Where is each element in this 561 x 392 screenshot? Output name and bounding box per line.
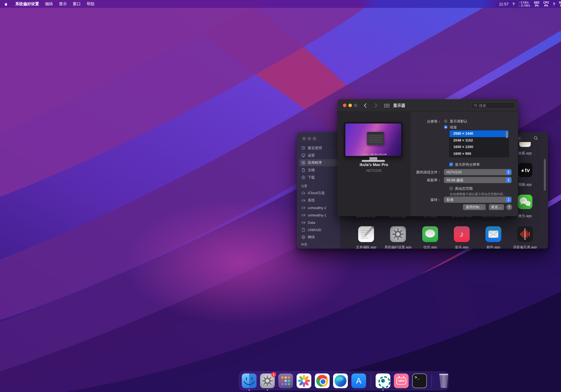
dock-chrome-icon[interactable] <box>315 373 330 388</box>
dock-teal-ring-app-icon[interactable] <box>376 373 390 388</box>
sidebar-item-unraid[interactable]: UNRAID <box>299 226 338 233</box>
hdr-label[interactable]: 高动态范围 <box>455 186 473 191</box>
dock-trash-icon[interactable] <box>436 373 451 388</box>
refresh-rate-dropdown[interactable]: 59.88 赫兹 <box>444 177 512 183</box>
mail-app-icon[interactable] <box>485 226 501 242</box>
resolution-option[interactable]: 1600 × 900 <box>450 150 509 157</box>
dock-system-preferences-icon[interactable]: 1 <box>260 373 275 388</box>
music-app-icon[interactable]: ♪ <box>454 226 470 242</box>
globe-icon <box>301 235 306 239</box>
sidebar-item-documents[interactable]: 文稿 <box>299 167 338 174</box>
dock-app-store-icon[interactable]: A <box>351 373 366 388</box>
stepper-icon <box>506 197 511 202</box>
dock-photos-icon[interactable] <box>297 373 311 388</box>
sidebar-item-icloud[interactable]: iCloud云盘 <box>299 189 338 197</box>
finder-face-icon <box>242 373 257 388</box>
night-shift-button[interactable]: 夜览… <box>489 204 504 210</box>
mem-status[interactable]: MEM 8% <box>559 1 561 7</box>
sidebar-item-applications[interactable]: 应用程序 <box>299 159 338 166</box>
menu-view[interactable]: 显示 <box>56 0 70 8</box>
waveform-icon <box>517 226 533 242</box>
sidebar-item-label: UNRAID <box>308 228 321 232</box>
radio-scaled-label[interactable]: 缩放 <box>450 125 457 130</box>
show-all-resolutions-label[interactable]: 显示所有分辨率 <box>455 162 480 167</box>
music-note-icon: ♪ <box>460 230 464 239</box>
show-all-resolutions-checkbox[interactable] <box>449 162 453 166</box>
dock-finder-icon[interactable] <box>242 373 257 388</box>
sidebar-item-data[interactable]: Data <box>299 219 338 226</box>
home-app-icon-partial[interactable] <box>519 142 531 147</box>
search-input[interactable] <box>479 104 509 108</box>
ssd-status[interactable]: SSD 3% <box>534 1 539 7</box>
clock-icon <box>301 146 306 150</box>
radio-scaled[interactable] <box>444 125 448 129</box>
dock-launchpad-icon[interactable] <box>278 373 293 388</box>
sidebar-item-downloads[interactable]: 下载 <box>299 174 338 181</box>
back-button[interactable] <box>364 103 367 109</box>
mini-window <box>367 132 384 145</box>
search-field[interactable] <box>472 102 515 109</box>
forward-button[interactable] <box>375 103 378 109</box>
radio-default[interactable] <box>444 119 448 123</box>
list-scrollbar[interactable] <box>506 131 508 138</box>
dock-edge-icon[interactable] <box>333 373 348 388</box>
finder-scrollbar[interactable] <box>544 159 546 191</box>
rotation-dropdown[interactable]: 标准 <box>444 197 512 203</box>
system-preferences-app-icon[interactable] <box>390 226 406 242</box>
radio-default-label[interactable]: 显示器默认 <box>450 119 468 124</box>
hdr-checkbox[interactable] <box>449 186 453 190</box>
sidebar-toolbar-divider <box>297 144 340 144</box>
sidebar-item-label: 系统 <box>308 198 315 203</box>
zoom-button[interactable] <box>354 104 357 107</box>
app-label[interactable]: 系统偏好设置.app <box>380 245 416 249</box>
voice-memos-app-icon[interactable] <box>517 226 533 242</box>
color-profile-dropdown[interactable]: H27V22S <box>444 169 512 175</box>
app-label[interactable]: 信息.app <box>412 245 448 249</box>
status-unknown-icon[interactable]: ? <box>553 2 555 6</box>
sidebar-item-unhealthy-2[interactable]: unhealthy-2 <box>299 204 338 211</box>
sidebar-item-system[interactable]: 系统 <box>299 197 338 204</box>
refresh-rate-value: 59.88 赫兹 <box>447 178 463 182</box>
help-button[interactable]: ? <box>506 204 512 210</box>
finder-zoom-button[interactable] <box>313 137 316 140</box>
resolution-option[interactable]: 2048 × 1152 <box>450 137 509 144</box>
universal-control-button[interactable]: 通用控制… <box>463 204 486 210</box>
minimize-button[interactable] <box>348 104 352 107</box>
displays-settings-pane: 分辨率： 显示器默认 缩放 2560 × 1440 2048 × 1152 16… <box>411 112 518 216</box>
menu-window[interactable]: 窗口 <box>70 0 84 8</box>
app-label[interactable]: 文本编辑.app <box>348 245 384 249</box>
resolution-option-selected[interactable]: 2560 × 1440 <box>450 130 509 137</box>
menu-edit[interactable]: 编辑 <box>42 0 56 8</box>
monitor-stand-neck <box>369 157 377 160</box>
app-label[interactable]: 音乐.app <box>444 245 479 249</box>
sidebar-item-label: 最近使用 <box>308 146 322 150</box>
sidebar-item-recents[interactable]: 最近使用 <box>299 144 338 152</box>
finder-close-button[interactable] <box>302 137 306 140</box>
textedit-app-icon[interactable] <box>358 226 374 242</box>
hard-drive-icon <box>301 213 306 217</box>
finder-minimize-button[interactable] <box>307 137 311 140</box>
monitor-stand-base <box>362 160 385 162</box>
clock[interactable]: 11:57 <box>499 2 509 6</box>
wechat-app-icon[interactable] <box>518 195 532 209</box>
apple-menu[interactable] <box>4 2 8 6</box>
app-label[interactable]: 语音备忘录.app <box>507 245 543 249</box>
finder-search-button[interactable] <box>533 136 539 141</box>
status-unknown-icon[interactable]: ? <box>512 2 515 6</box>
dock-terminal-icon[interactable]: >_ <box>412 373 427 388</box>
sidebar-item-desktop[interactable]: 桌面 <box>299 152 338 159</box>
sidebar-item-network[interactable]: 网络 <box>299 234 338 241</box>
network-speed[interactable]: ↑ 9 KB/s ↓ 11 KB/s <box>518 1 530 7</box>
menu-app-name[interactable]: 系统偏好设置 <box>12 0 42 8</box>
close-button[interactable] <box>343 104 346 107</box>
show-all-button[interactable] <box>384 104 390 109</box>
messages-app-icon[interactable] <box>422 226 438 242</box>
menu-help[interactable]: 帮助 <box>84 0 98 8</box>
dock-bilibili-icon[interactable]: bilibili <box>394 373 409 388</box>
sidebar-item-unhealthy-1[interactable]: unhealthy-1 <box>299 212 338 219</box>
app-label[interactable]: 邮件.app <box>476 245 511 249</box>
resolution-option[interactable]: 1600 × 1200 <box>450 144 509 150</box>
network-down: ↓ 11 KB/s <box>518 4 530 7</box>
cpu-status[interactable]: CPU 4% <box>543 1 549 7</box>
tv-app-icon[interactable]: tv <box>518 163 532 177</box>
